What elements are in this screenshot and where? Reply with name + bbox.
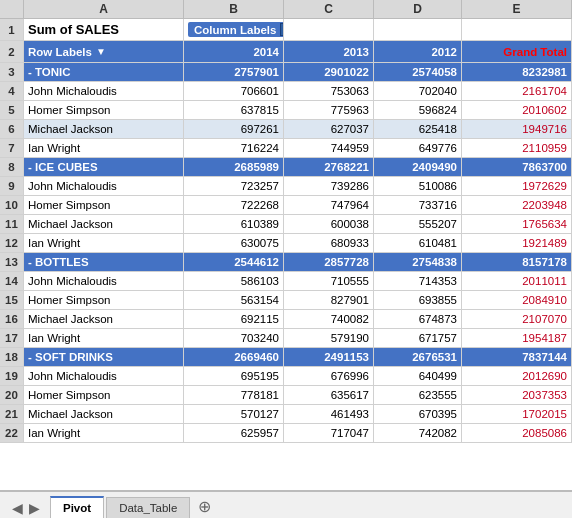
row-col-b-11: 610389 (184, 215, 284, 233)
table-row: 14 John Michaloudis 586103 710555 714353… (0, 272, 572, 291)
row-col-b-21: 570127 (184, 405, 284, 423)
table-row: 17 Ian Wright 703240 579190 671757 19541… (0, 329, 572, 348)
row-col-b-22: 625957 (184, 424, 284, 442)
tab-pivot[interactable]: Pivot (50, 496, 104, 518)
row-col-e-20: 2037353 (462, 386, 572, 404)
row-label-12: Ian Wright (24, 234, 184, 252)
table-row: 19 John Michaloudis 695195 676996 640499… (0, 367, 572, 386)
row-num-14: 14 (0, 272, 24, 290)
table-row: 15 Homer Simpson 563154 827901 693855 20… (0, 291, 572, 310)
row-num-15: 15 (0, 291, 24, 309)
row-label-16: Michael Jackson (24, 310, 184, 328)
row-col-e-14: 2011011 (462, 272, 572, 290)
col-header-a: A (24, 0, 184, 18)
row-num-19: 19 (0, 367, 24, 385)
sheet-tabs: ◀ ▶ Pivot Data_Table ⊕ (0, 490, 572, 518)
row-num-8: 8 (0, 158, 24, 176)
table-row: 8 - ICE CUBES 2685989 2768221 2409490 78… (0, 158, 572, 177)
table-row: 21 Michael Jackson 570127 461493 670395 … (0, 405, 572, 424)
year-2013-header: 2013 (284, 41, 374, 62)
row-col-c-21: 461493 (284, 405, 374, 423)
row-col-c-18: 2491153 (284, 348, 374, 366)
tab-data-table[interactable]: Data_Table (106, 497, 190, 518)
row-col-c-8: 2768221 (284, 158, 374, 176)
row-num-22: 22 (0, 424, 24, 442)
row-col-b-13: 2544612 (184, 253, 284, 271)
table-row: 11 Michael Jackson 610389 600038 555207 … (0, 215, 572, 234)
row-col-b-9: 723257 (184, 177, 284, 195)
row-label-9: John Michaloudis (24, 177, 184, 195)
row-col-c-17: 579190 (284, 329, 374, 347)
row-col-b-10: 722268 (184, 196, 284, 214)
table-row: 4 John Michaloudis 706601 753063 702040 … (0, 82, 572, 101)
row-label-17: Ian Wright (24, 329, 184, 347)
grand-total-header: Grand Total (462, 41, 572, 62)
row-col-c-7: 744959 (284, 139, 374, 157)
row-labels-arrow[interactable]: ▼ (96, 46, 106, 57)
row-col-e-16: 2107070 (462, 310, 572, 328)
data-grid: 3 - TONIC 2757901 2901022 2574058 823298… (0, 63, 572, 443)
table-row: 6 Michael Jackson 697261 627037 625418 1… (0, 120, 572, 139)
row-labels-header[interactable]: Row Labels ▼ (24, 41, 184, 62)
row-labels-text: Row Labels (28, 46, 92, 58)
table-row: 22 Ian Wright 625957 717047 742082 20850… (0, 424, 572, 443)
tab-next-btn[interactable]: ▶ (27, 498, 42, 518)
table-row: 3 - TONIC 2757901 2901022 2574058 823298… (0, 63, 572, 82)
row-num-7: 7 (0, 139, 24, 157)
row-col-d-22: 742082 (374, 424, 462, 442)
row-col-c-12: 680933 (284, 234, 374, 252)
row-num-6: 6 (0, 120, 24, 138)
row-col-e-18: 7837144 (462, 348, 572, 366)
row-col-d-12: 610481 (374, 234, 462, 252)
row-col-d-20: 623555 (374, 386, 462, 404)
col-header-c: C (284, 0, 374, 18)
row-col-e-12: 1921489 (462, 234, 572, 252)
tab-prev-btn[interactable]: ◀ (10, 498, 25, 518)
row-label-13: - BOTTLES (24, 253, 184, 271)
row-col-e-4: 2161704 (462, 82, 572, 100)
row-col-c-9: 739286 (284, 177, 374, 195)
row-col-e-19: 2012690 (462, 367, 572, 385)
row-col-e-5: 2010602 (462, 101, 572, 119)
row-col-d-18: 2676531 (374, 348, 462, 366)
spreadsheet: A B C D E 1 Sum of SALES Column Labels ▼… (0, 0, 572, 490)
row-num-4: 4 (0, 82, 24, 100)
row-num-3: 3 (0, 63, 24, 81)
row-num-17: 17 (0, 329, 24, 347)
row-col-c-19: 676996 (284, 367, 374, 385)
row-2: 2 Row Labels ▼ 2014 2013 2012 Grand Tota… (0, 41, 572, 63)
col-header-rownum (0, 0, 24, 18)
row-1: 1 Sum of SALES Column Labels ▼ (0, 19, 572, 41)
table-row: 20 Homer Simpson 778181 635617 623555 20… (0, 386, 572, 405)
table-row: 16 Michael Jackson 692115 740082 674873 … (0, 310, 572, 329)
row-col-b-20: 778181 (184, 386, 284, 404)
col-header-e: E (462, 0, 572, 18)
sum-of-sales-label: Sum of SALES (24, 19, 184, 40)
table-row: 18 - SOFT DRINKS 2669460 2491153 2676531… (0, 348, 572, 367)
row-label-7: Ian Wright (24, 139, 184, 157)
table-row: 13 - BOTTLES 2544612 2857728 2754838 815… (0, 253, 572, 272)
row-col-c-4: 753063 (284, 82, 374, 100)
row-col-b-6: 697261 (184, 120, 284, 138)
row-label-14: John Michaloudis (24, 272, 184, 290)
row-col-d-10: 733716 (374, 196, 462, 214)
add-sheet-btn[interactable]: ⊕ (192, 495, 217, 518)
row-col-e-8: 7863700 (462, 158, 572, 176)
tab-navigation: ◀ ▶ (4, 498, 48, 518)
row-col-c-3: 2901022 (284, 63, 374, 81)
row-col-b-7: 716224 (184, 139, 284, 157)
row-col-e-15: 2084910 (462, 291, 572, 309)
row-col-b-4: 706601 (184, 82, 284, 100)
row-col-e-10: 2203948 (462, 196, 572, 214)
row-col-e-17: 1954187 (462, 329, 572, 347)
table-row: 10 Homer Simpson 722268 747964 733716 22… (0, 196, 572, 215)
row-1-num: 1 (0, 19, 24, 40)
row-col-e-3: 8232981 (462, 63, 572, 81)
row-col-d-6: 625418 (374, 120, 462, 138)
row-col-d-4: 702040 (374, 82, 462, 100)
row-col-e-22: 2085086 (462, 424, 572, 442)
row-col-d-19: 640499 (374, 367, 462, 385)
row-col-c-6: 627037 (284, 120, 374, 138)
table-row: 9 John Michaloudis 723257 739286 510086 … (0, 177, 572, 196)
column-labels-box[interactable]: Column Labels ▼ (188, 22, 284, 37)
